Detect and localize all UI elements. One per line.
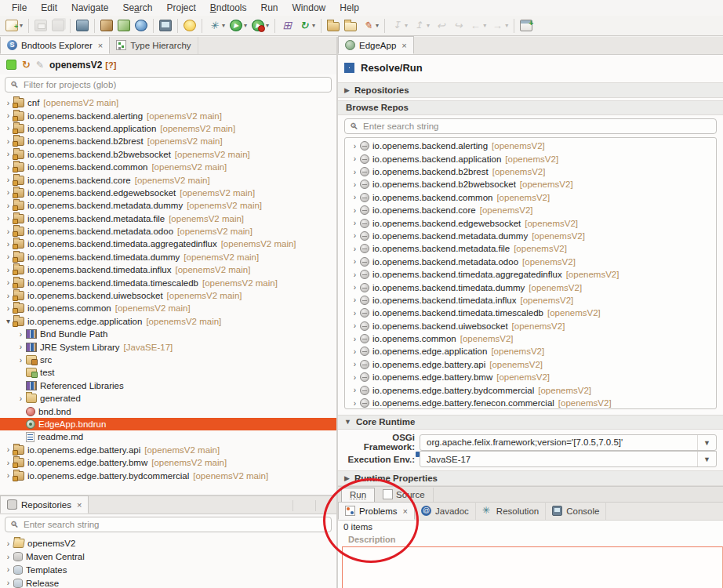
menu-help[interactable]: Help — [332, 1, 366, 15]
expand-chevron-icon[interactable]: › — [350, 335, 360, 343]
osgi-framework-combo[interactable]: org.apache.felix.framework;version='[7.0… — [420, 434, 717, 451]
open-bnd-editor-icon[interactable] — [318, 498, 324, 514]
menu-project[interactable]: Project — [159, 1, 202, 15]
tree-item[interactable]: › io.openems.backend.timedata.timescaled… — [0, 276, 336, 289]
execution-env-combo[interactable]: JavaSE-17 ▼ — [420, 451, 717, 467]
pin-icon[interactable]: ✎ — [36, 60, 44, 71]
tree-item[interactable]: readme.md — [0, 430, 336, 443]
tab-resolution[interactable]: Resolution — [476, 502, 546, 520]
project-filter-input[interactable] — [24, 80, 326, 89]
tree-item[interactable]: › io.openems.common [openemsV2] — [345, 332, 716, 345]
tree-item[interactable]: › io.openems.backend.alerting [openemsV2… — [345, 140, 716, 152]
open-new-window-button[interactable] — [518, 19, 534, 32]
new-wizard-button[interactable]: ▾ — [4, 19, 24, 32]
refresh-build-button[interactable]: ▾ — [296, 19, 317, 32]
open-browser-button[interactable] — [133, 19, 149, 32]
dropdown-arrow-icon[interactable]: ▾ — [222, 22, 225, 29]
tab-edgeapp[interactable]: EdgeApp × — [338, 36, 414, 54]
new-package-button[interactable] — [99, 19, 114, 32]
tab-repositories[interactable]: Repositories × — [0, 495, 89, 514]
tree-item[interactable]: › io.openems.backend.metadata.dummy [ope… — [0, 199, 336, 212]
run-button[interactable]: ▾ — [228, 19, 249, 32]
maximize-icon[interactable] — [330, 498, 336, 514]
maximize-icon[interactable] — [330, 38, 336, 54]
back-history-button[interactable] — [433, 19, 449, 32]
dropdown-arrow-icon[interactable]: ▾ — [20, 22, 23, 29]
export-bundle-button[interactable] — [116, 19, 132, 32]
menu-search[interactable]: Search — [115, 1, 159, 15]
expand-chevron-icon[interactable]: › — [350, 347, 360, 356]
menu-navigate[interactable]: Navigate — [64, 1, 115, 15]
link-with-editor-icon[interactable] — [311, 38, 318, 54]
tree-item[interactable]: › io.openems.edge.battery.bydcommercial … — [345, 383, 716, 396]
add-repo-icon[interactable] — [307, 498, 314, 514]
tree-item[interactable]: › io.openems.edge.battery.bmw [openemsV2… — [345, 371, 716, 383]
open-resource-button[interactable] — [343, 20, 358, 32]
tree-item[interactable]: › io.openems.backend.b2bwebsocket [opene… — [345, 178, 716, 191]
tree-item[interactable]: › Maven Central — [0, 550, 336, 564]
tree-item[interactable]: › io.openems.backend.uiwebsocket [openem… — [345, 320, 716, 332]
dropdown-arrow-icon[interactable]: ▾ — [266, 22, 269, 29]
expand-chevron-icon[interactable]: › — [350, 283, 360, 292]
tree-item[interactable]: › io.openems.backend.timedata.aggregated… — [0, 238, 336, 250]
tree-item[interactable]: › io.openems.backend.uiwebsocket [openem… — [0, 289, 336, 302]
tree-item[interactable]: › src — [0, 354, 336, 366]
expand-chevron-icon[interactable]: › — [350, 193, 360, 201]
tree-item[interactable]: › io.openems.backend.timedata.aggregated… — [345, 268, 716, 281]
tree-item[interactable]: › io.openems.backend.timedata.dummy [ope… — [345, 281, 716, 293]
description-column-header[interactable]: Description — [338, 532, 723, 546]
tree-item[interactable]: Referenced Libraries — [0, 379, 336, 392]
expand-chevron-icon[interactable]: › — [16, 343, 26, 351]
section-runtime-properties[interactable]: ▶ Runtime Properties — [338, 470, 723, 486]
tree-item[interactable]: › io.openems.backend.metadata.odoo [open… — [345, 256, 716, 268]
tree-item[interactable]: › io.openems.backend.timedata.influx [op… — [0, 263, 336, 276]
expand-chevron-icon[interactable]: › — [350, 154, 360, 163]
tree-item[interactable]: › Bnd Bundle Path — [0, 328, 336, 340]
next-annotation-button[interactable]: ▾ — [411, 19, 431, 32]
expand-chevron-icon[interactable]: › — [350, 245, 360, 253]
menu-run[interactable]: Run — [254, 1, 285, 15]
tree-item[interactable]: test — [0, 366, 336, 379]
forward-button[interactable]: ▾ — [489, 19, 510, 32]
expand-chevron-icon[interactable]: › — [350, 386, 360, 394]
menu-file[interactable]: File — [5, 1, 34, 15]
browse-repos-search-input[interactable] — [363, 122, 711, 131]
skip-breakpoints-button[interactable] — [279, 19, 295, 32]
import-repo-icon[interactable] — [285, 498, 291, 514]
tab-problems[interactable]: Problems × — [338, 502, 415, 520]
minimize-icon[interactable] — [324, 498, 330, 514]
repo-search-box[interactable]: 🔍︎ — [5, 517, 332, 532]
tree-item[interactable]: EdgeApp.bndrun — [0, 418, 336, 430]
dropdown-arrow-icon[interactable]: ▾ — [483, 22, 486, 29]
tree-item[interactable]: › io.openems.edge.application [openemsV2… — [345, 345, 716, 358]
tree-item[interactable]: › io.openems.edge.battery.fenecon.commer… — [345, 397, 716, 409]
tab-run-mode[interactable]: Run — [341, 488, 375, 502]
tree-item[interactable]: › io.openems.backend.common [openemsV2 m… — [0, 161, 336, 173]
tree-item[interactable]: › io.openems.backend.edgewebsocket [open… — [0, 187, 336, 199]
expand-chevron-icon[interactable]: › — [350, 321, 360, 330]
tab-javadoc[interactable]: Javadoc — [415, 502, 476, 520]
tree-item[interactable]: › io.openems.backend.metadata.file [open… — [345, 242, 716, 255]
minimize-icon[interactable] — [324, 38, 330, 54]
menu-window[interactable]: Window — [285, 1, 333, 15]
project-filter-box[interactable]: 🔍︎ — [5, 77, 332, 93]
back-button[interactable]: ▾ — [467, 19, 488, 32]
dropdown-arrow-icon[interactable]: ▾ — [427, 22, 430, 29]
expand-chevron-icon[interactable]: › — [3, 579, 13, 587]
expand-chevron-icon[interactable]: › — [350, 219, 360, 227]
tree-item[interactable]: › io.openems.backend.core [openemsV2] — [345, 204, 716, 216]
tree-item[interactable]: › Release — [0, 576, 336, 588]
bnd-build-button[interactable] — [74, 19, 90, 32]
close-icon[interactable]: × — [77, 500, 82, 510]
view-menu-icon[interactable] — [318, 38, 324, 54]
expand-chevron-icon[interactable]: › — [350, 296, 360, 304]
dropdown-arrow-icon[interactable]: ▾ — [505, 22, 508, 29]
tree-item[interactable]: › openemsV2 — [0, 537, 336, 550]
tab-source-mode[interactable]: Source — [375, 488, 433, 502]
tree-item[interactable]: › io.openems.backend.metadata.odoo [open… — [0, 225, 336, 238]
tree-item[interactable]: bnd.bnd — [0, 405, 336, 417]
tree-item[interactable]: › Templates — [0, 564, 336, 577]
expand-chevron-icon[interactable]: › — [3, 553, 13, 561]
dropdown-arrow-icon[interactable]: ▾ — [244, 22, 247, 29]
tree-item[interactable]: › io.openems.backend.application [openem… — [0, 122, 336, 135]
